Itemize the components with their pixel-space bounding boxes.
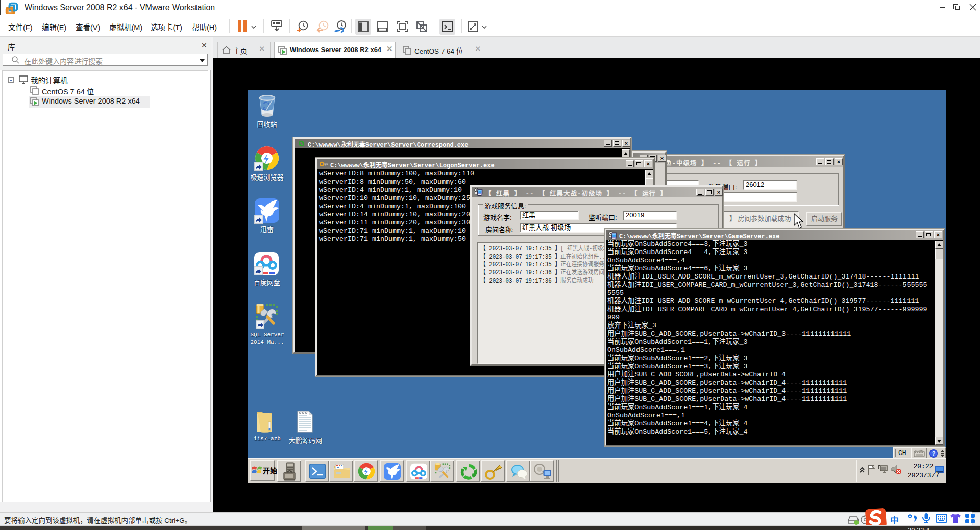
svg-text:?: ?	[932, 450, 936, 457]
